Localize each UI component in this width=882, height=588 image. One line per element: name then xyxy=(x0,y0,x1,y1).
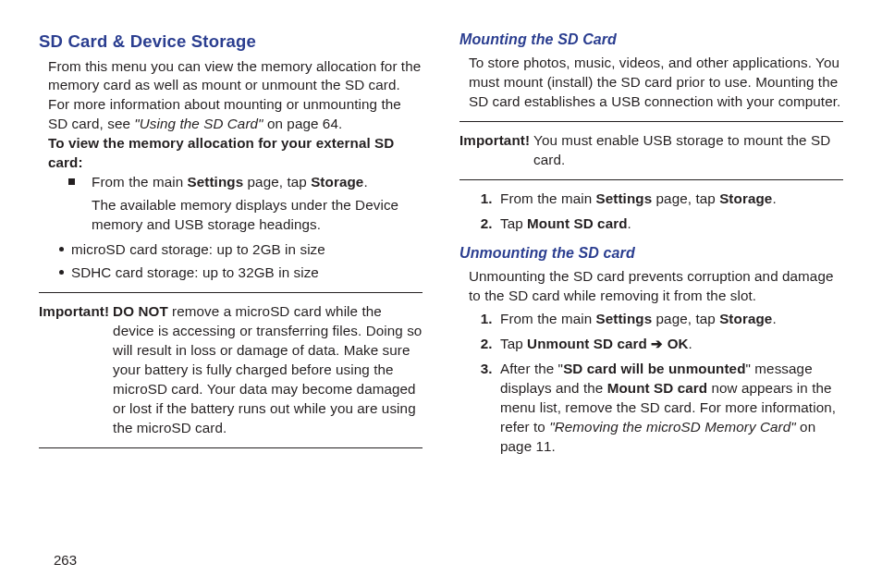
important-note: Important! You must enable USB storage t… xyxy=(459,131,843,170)
list-item: SDHC card storage: up to 32GB in size xyxy=(59,263,423,283)
divider xyxy=(39,292,423,293)
ui-term: SD card will be unmounted xyxy=(563,361,745,376)
list-item: From the main Settings page, tap Storage… xyxy=(68,173,423,235)
ordered-steps-unmount: From the main Settings page, tap Storage… xyxy=(459,310,843,457)
text-run: page, tap xyxy=(652,190,719,206)
important-label: Important! xyxy=(39,302,109,438)
subheading-mounting: Mounting the SD Card xyxy=(459,30,843,50)
important-text: DO NOT remove a microSD card while the d… xyxy=(113,302,423,438)
list-item: From the main Settings page, tap Storage… xyxy=(496,190,843,209)
list-item-label: microSD card storage: up to 2GB in size xyxy=(71,240,325,260)
cross-ref: "Using the SD Card" xyxy=(134,116,263,131)
text-run: From the main xyxy=(92,174,188,190)
ordered-steps-mount: From the main Settings page, tap Storage… xyxy=(459,190,843,234)
paragraph: To store photos, music, videos, and othe… xyxy=(469,54,843,112)
divider xyxy=(459,179,843,180)
ui-term: Mount SD card xyxy=(527,215,627,231)
text-run: From the main xyxy=(500,311,596,326)
text-run: From the main xyxy=(500,190,596,206)
text-run: After the " xyxy=(500,361,563,376)
text-run: page, tap xyxy=(243,174,311,190)
important-note: Important! DO NOT remove a microSD card … xyxy=(39,302,423,438)
ui-term: Mount SD card xyxy=(607,380,707,396)
text-run: Tap xyxy=(500,215,527,231)
text-run: The available memory displays under the … xyxy=(92,197,398,232)
arrow-icon: ➔ xyxy=(647,336,668,351)
page-number: 263 xyxy=(54,552,77,568)
text-run: . xyxy=(772,190,776,206)
emphasis: DO NOT xyxy=(113,303,168,319)
subheading-unmounting: Unmounting the SD card xyxy=(459,243,843,263)
section-heading-storage: SD Card & Device Storage xyxy=(39,30,423,54)
ui-term: Unmount SD card xyxy=(527,336,647,351)
list-item: Tap Unmount SD card ➔ OK. xyxy=(496,335,843,354)
square-bullet-icon xyxy=(68,178,75,185)
important-label: Important! xyxy=(459,131,530,170)
manual-page: SD Card & Device Storage From this menu … xyxy=(0,0,882,588)
list-item: microSD card storage: up to 2GB in size xyxy=(59,240,423,260)
right-column: Mounting the SD Card To store photos, mu… xyxy=(459,30,843,588)
cross-ref: "Removing the microSD Memory Card" xyxy=(549,419,796,435)
text-run: . xyxy=(689,336,692,351)
ui-term: Storage xyxy=(311,174,363,190)
list-item: Tap Mount SD card. xyxy=(496,214,843,234)
paragraph: From this menu you can view the memory a… xyxy=(48,57,423,96)
paragraph: Unmounting the SD card prevents corrupti… xyxy=(469,267,843,306)
ui-term: Storage xyxy=(719,190,772,206)
text-run: . xyxy=(363,174,367,190)
text-run: page, tap xyxy=(652,311,719,326)
important-text: You must enable USB storage to mount the… xyxy=(533,131,843,170)
left-column: SD Card & Device Storage From this menu … xyxy=(39,30,423,588)
ui-term: Settings xyxy=(188,174,244,190)
ui-term: OK xyxy=(668,336,689,351)
instruction-heading: To view the memory allocation for your e… xyxy=(48,134,423,173)
ui-term: Storage xyxy=(719,311,772,326)
text-run: on page 64. xyxy=(263,116,343,131)
list-item: From the main Settings page, tap Storage… xyxy=(496,310,843,329)
paragraph: For more information about mounting or u… xyxy=(48,95,423,134)
bullet-icon xyxy=(59,270,64,275)
text-run: Tap xyxy=(500,336,527,351)
text-run: . xyxy=(772,311,776,326)
text-run: . xyxy=(628,215,631,231)
text-run: remove a microSD card while the device i… xyxy=(113,303,422,435)
divider xyxy=(39,447,423,448)
ui-term: Settings xyxy=(596,190,653,206)
list-item-label: SDHC card storage: up to 32GB in size xyxy=(71,263,319,283)
bullet-icon xyxy=(59,247,64,251)
ui-term: Settings xyxy=(596,311,653,326)
divider xyxy=(459,121,843,122)
list-item: After the "SD card will be unmounted" me… xyxy=(496,360,843,457)
list-item-body: From the main Settings page, tap Storage… xyxy=(92,173,423,235)
